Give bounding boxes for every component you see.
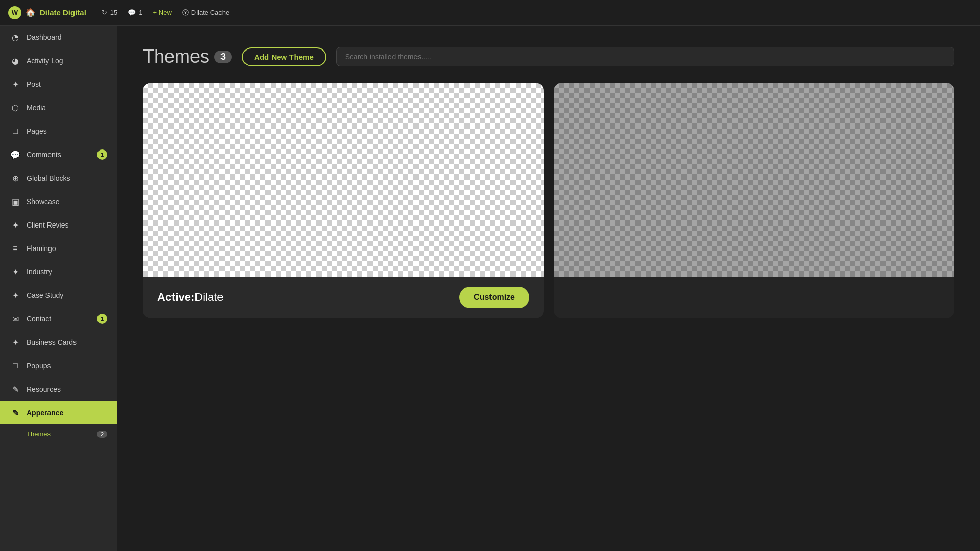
sidebar-item-dashboard[interactable]: ◔ Dashboard (0, 26, 117, 49)
sidebar-item-resources[interactable]: ✎ Resources (0, 378, 117, 401)
sidebar-label-resources: Resources (27, 385, 107, 393)
updates-button[interactable]: ↻ 15 (102, 9, 117, 16)
sidebar-sub-themes-label: Themes (27, 430, 88, 438)
comments-sidebar-icon: 💬 (10, 149, 20, 160)
global-blocks-icon: ⊕ (10, 173, 20, 183)
sidebar-label-contact: Contact (27, 315, 91, 323)
popups-icon: □ (10, 361, 20, 371)
resources-icon: ✎ (10, 384, 20, 394)
themes-sub-badge: 2 (97, 431, 107, 438)
customize-button[interactable]: Customize (459, 287, 529, 308)
sidebar-label-showcase: Showcase (27, 197, 107, 206)
media-icon: ⬡ (10, 103, 20, 113)
sidebar-item-media[interactable]: ⬡ Media (0, 96, 117, 119)
theme-footer: Active:Dilate Customize (143, 277, 544, 318)
theme-name: Dilate (194, 291, 223, 304)
main-layout: ◔ Dashboard ◕ Activity Log ✦ Post ⬡ Medi… (0, 26, 980, 551)
business-cards-icon: ✦ (10, 337, 20, 347)
search-themes-input[interactable] (336, 47, 954, 66)
theme-preview-partial (554, 83, 954, 277)
updates-icon: ↻ (102, 9, 107, 16)
sidebar-item-comments[interactable]: 💬 Comments 1 (0, 143, 117, 166)
client-revies-icon: ✦ (10, 220, 20, 230)
updates-count: 15 (110, 9, 117, 16)
admin-brand[interactable]: W 🏠 Dilate Digital (8, 6, 86, 19)
dilate-cache-label: Dilate Cache (191, 9, 229, 16)
theme-active-label: Active:Dilate (157, 291, 224, 304)
comments-icon: 💬 (128, 9, 136, 16)
sidebar-label-comments: Comments (27, 151, 91, 159)
comments-button[interactable]: 💬 1 (128, 9, 142, 16)
industry-icon: ✦ (10, 267, 20, 277)
themes-count-badge: 3 (214, 51, 232, 63)
sidebar: ◔ Dashboard ◕ Activity Log ✦ Post ⬡ Medi… (0, 26, 117, 551)
sidebar-label-media: Media (27, 104, 107, 112)
sidebar-item-case-study[interactable]: ✦ Case Study (0, 284, 117, 307)
themes-grid: Active:Dilate Customize (143, 83, 954, 318)
admin-bar: W 🏠 Dilate Digital ↻ 15 💬 1 + New Ⓨ Dila… (0, 0, 980, 26)
sidebar-label-post: Post (27, 80, 107, 88)
comments-badge: 1 (97, 149, 107, 160)
new-content-button[interactable]: + New (153, 9, 172, 16)
site-title: Dilate Digital (40, 8, 86, 17)
sidebar-item-industry[interactable]: ✦ Industry (0, 260, 117, 284)
add-new-theme-button[interactable]: Add New Theme (242, 47, 326, 66)
post-icon: ✦ (10, 79, 20, 89)
wp-icon: W (8, 6, 21, 19)
sidebar-label-apperance: Apperance (27, 409, 107, 417)
sidebar-label-business-cards: Business Cards (27, 338, 107, 346)
flamingo-icon: ≡ (10, 243, 20, 254)
page-title-group: Themes 3 (143, 46, 232, 67)
theme-preview (143, 83, 544, 277)
sidebar-item-business-cards[interactable]: ✦ Business Cards (0, 331, 117, 354)
sidebar-item-global-blocks[interactable]: ⊕ Global Blocks (0, 166, 117, 190)
sidebar-item-popups[interactable]: □ Popups (0, 354, 117, 378)
theme-card-dilate: Active:Dilate Customize (143, 83, 544, 318)
sidebar-label-flamingo: Flamingo (27, 244, 107, 253)
page-header: Themes 3 Add New Theme (143, 46, 954, 67)
admin-bar-items: ↻ 15 💬 1 + New Ⓨ Dilate Cache (102, 8, 229, 17)
theme-footer-partial (554, 277, 954, 297)
sidebar-label-pages: Pages (27, 127, 107, 135)
dashboard-icon: ◔ (10, 32, 20, 42)
pages-icon: □ (10, 126, 20, 136)
dilate-cache-icon: Ⓨ (182, 8, 189, 17)
sidebar-item-contact[interactable]: ✉ Contact 1 (0, 307, 117, 331)
dilate-cache-button[interactable]: Ⓨ Dilate Cache (182, 8, 229, 17)
sidebar-item-pages[interactable]: □ Pages (0, 119, 117, 143)
house-icon: 🏠 (26, 8, 36, 17)
theme-card-partial (554, 83, 954, 318)
sidebar-label-client-revies: Client Revies (27, 221, 107, 229)
comments-count: 1 (139, 9, 142, 16)
sidebar-label-global-blocks: Global Blocks (27, 174, 107, 182)
page-title: Themes (143, 46, 209, 67)
sidebar-item-client-revies[interactable]: ✦ Client Revies (0, 213, 117, 237)
sidebar-item-activity-log[interactable]: ◕ Activity Log (0, 49, 117, 72)
activity-log-icon: ◕ (10, 56, 20, 66)
contact-icon: ✉ (10, 314, 20, 324)
sidebar-sub-themes[interactable]: Themes 2 (0, 424, 117, 443)
sidebar-label-popups: Popups (27, 362, 107, 370)
sidebar-item-showcase[interactable]: ▣ Showcase (0, 190, 117, 213)
case-study-icon: ✦ (10, 290, 20, 300)
sidebar-item-flamingo[interactable]: ≡ Flamingo (0, 237, 117, 260)
showcase-icon: ▣ (10, 196, 20, 207)
theme-active-text: Active: (157, 291, 194, 304)
sidebar-label-case-study: Case Study (27, 291, 107, 299)
sidebar-label-industry: Industry (27, 268, 107, 276)
sidebar-item-apperance[interactable]: ✎ Apperance (0, 401, 117, 424)
sidebar-item-post[interactable]: ✦ Post (0, 72, 117, 96)
apperance-icon: ✎ (10, 408, 20, 418)
content-area: Themes 3 Add New Theme Active:Dilate Cus… (117, 26, 980, 551)
sidebar-label-dashboard: Dashboard (27, 33, 107, 41)
contact-badge: 1 (97, 314, 107, 324)
sidebar-label-activity-log: Activity Log (27, 57, 107, 65)
